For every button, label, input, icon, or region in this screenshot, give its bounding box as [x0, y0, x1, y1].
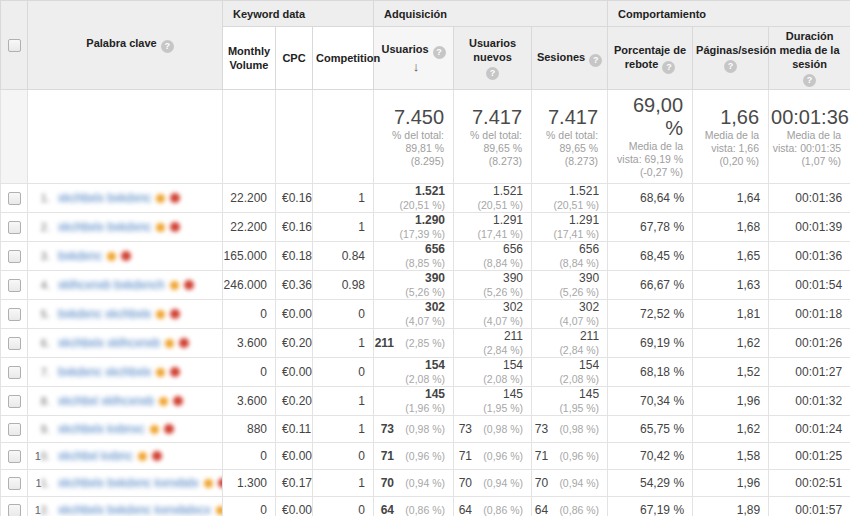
sesiones-value: 211(2,84 %) — [532, 329, 608, 358]
group-header-row: Palabra clave? Keyword data Adquisición … — [1, 1, 850, 27]
row-number: 10. — [34, 450, 50, 462]
col-monthly-volume[interactable]: Monthly Volume — [223, 27, 276, 90]
keyword-cell: 6.xkchbxlx xklhcxnxb — [28, 329, 223, 358]
select-all-checkbox[interactable] — [8, 39, 21, 52]
help-icon[interactable]: ? — [433, 46, 446, 59]
help-icon[interactable]: ? — [486, 67, 499, 80]
row-checkbox-cell — [1, 271, 28, 300]
row-checkbox[interactable] — [8, 450, 21, 463]
keyword-flag-icon[interactable] — [164, 424, 174, 434]
paginas-value: 1,64 — [693, 184, 769, 213]
keyword-link[interactable]: xkchbxl kxbnc — [58, 449, 133, 463]
keyword-star-icon[interactable] — [165, 339, 174, 348]
row-checkbox-cell — [1, 416, 28, 443]
keyword-star-icon[interactable] — [150, 425, 159, 434]
help-icon[interactable]: ? — [161, 40, 174, 53]
keyword-flag-icon[interactable] — [152, 451, 162, 461]
row-checkbox[interactable] — [8, 423, 21, 436]
monthly-volume-value: 0 — [223, 443, 276, 470]
row-checkbox[interactable] — [8, 250, 21, 263]
keyword-link[interactable]: xkchbxl xklhcxnxb — [58, 394, 154, 408]
keyword-link[interactable]: xkchbxlx bxkdxnc — [58, 191, 151, 205]
keyword-star-icon[interactable] — [170, 281, 179, 290]
row-checkbox[interactable] — [8, 308, 21, 321]
sort-desc-icon: ↓ — [413, 59, 420, 74]
usuarios-nuevos-value: 70(0,94 %) — [454, 470, 532, 497]
row-checkbox[interactable] — [8, 395, 21, 408]
col-usuarios-nuevos[interactable]: Usuarios nuevos? — [454, 27, 532, 90]
keyword-flag-icon[interactable] — [184, 280, 194, 290]
keyword-star-icon[interactable] — [216, 506, 223, 515]
keyword-flag-icon[interactable] — [218, 478, 223, 488]
keyword-flag-icon[interactable] — [170, 309, 180, 319]
duracion-value: 00:01:32 — [769, 387, 850, 416]
col-cpc[interactable]: CPC — [276, 27, 313, 90]
keyword-star-icon[interactable] — [156, 368, 165, 377]
row-checkbox[interactable] — [8, 337, 21, 350]
col-duracion-media[interactable]: Duración media de la sesión? — [769, 27, 850, 90]
keyword-star-icon[interactable] — [107, 252, 116, 261]
keyword-link[interactable]: xkchbxlx kxbnxc — [58, 422, 145, 436]
col-sesiones[interactable]: Sesiones? — [532, 27, 608, 90]
keyword-star-icon[interactable] — [156, 223, 165, 232]
keyword-cell: 7.bxkdxnc xkchbxlx — [28, 358, 223, 387]
help-icon[interactable]: ? — [589, 54, 602, 67]
keyword-star-icon[interactable] — [138, 452, 147, 461]
usuarios-value: 1.521(20,51 %) — [374, 184, 454, 213]
monthly-volume-value: 0 — [223, 300, 276, 329]
col-usuarios[interactable]: Usuarios?↓ — [374, 27, 454, 90]
keywords-table: Palabra clave? Keyword data Adquisición … — [0, 0, 850, 516]
keyword-flag-icon[interactable] — [179, 338, 189, 348]
rebote-value: 67,19 % — [608, 497, 693, 516]
keyword-star-icon[interactable] — [159, 397, 168, 406]
keyword-star-icon[interactable] — [204, 479, 213, 488]
competition-value: 0 — [313, 443, 374, 470]
keyword-link[interactable]: bxkdxnc — [58, 249, 102, 263]
col-competition[interactable]: Competition — [313, 27, 374, 90]
competition-value: 0 — [313, 358, 374, 387]
help-icon[interactable]: ? — [803, 74, 816, 87]
col-porcentaje-rebote[interactable]: Porcentaje de rebote? — [608, 27, 693, 90]
keyword-star-icon[interactable] — [156, 194, 165, 203]
sesiones-value: 145(1,95 %) — [532, 387, 608, 416]
keyword-column-header[interactable]: Palabra clave? — [28, 1, 223, 90]
row-checkbox[interactable] — [8, 192, 21, 205]
keyword-link[interactable]: xkchbxlx bxkdxnc kxnxbdxcx — [58, 503, 211, 516]
keyword-link[interactable]: xkchbxlx xklhcxnxb — [58, 336, 160, 350]
table-row: 1.xkchbxlx bxkdxnc22.200€0.1611.521(20,5… — [1, 184, 850, 213]
keyword-flag-icon[interactable] — [170, 222, 180, 232]
help-icon[interactable]: ? — [724, 60, 737, 73]
monthly-volume-value: 165.000 — [223, 242, 276, 271]
rebote-value: 66,67 % — [608, 271, 693, 300]
keyword-link[interactable]: xkchbxlx bxkdxnc — [58, 220, 151, 234]
keyword-link[interactable]: bxkdxnc xkchbxlx — [58, 307, 151, 321]
row-checkbox[interactable] — [8, 504, 21, 516]
duracion-value: 00:01:36 — [769, 184, 850, 213]
usuarios-nuevos-value: 73(0,98 %) — [454, 416, 532, 443]
rebote-value: 68,18 % — [608, 358, 693, 387]
duracion-value: 00:01:57 — [769, 497, 850, 516]
usuarios-value: 71(0,96 %) — [374, 443, 454, 470]
col-paginas-sesion[interactable]: Páginas/sesión? — [693, 27, 769, 90]
paginas-value: 1,96 — [693, 387, 769, 416]
paginas-value: 1,89 — [693, 497, 769, 516]
keyword-link[interactable]: xkchbxlx bxkdxnc kxnxbdx — [58, 476, 199, 490]
row-number: 7. — [34, 366, 50, 378]
keyword-link[interactable]: bxkdxnc xkchbxlx — [58, 365, 151, 379]
sesiones-value: 71(0,96 %) — [532, 443, 608, 470]
row-number: 12. — [34, 504, 50, 516]
keyword-star-icon[interactable] — [156, 310, 165, 319]
keyword-flag-icon[interactable] — [170, 193, 180, 203]
row-checkbox[interactable] — [8, 477, 21, 490]
row-checkbox[interactable] — [8, 279, 21, 292]
keyword-cell: 5.bxkdxnc xkchbxlx — [28, 300, 223, 329]
row-checkbox[interactable] — [8, 366, 21, 379]
keyword-flag-icon[interactable] — [173, 396, 183, 406]
help-icon[interactable]: ? — [662, 61, 675, 74]
duracion-value: 00:01:25 — [769, 443, 850, 470]
keyword-flag-icon[interactable] — [170, 367, 180, 377]
row-checkbox[interactable] — [8, 221, 21, 234]
keyword-link[interactable]: xklhcxnxb bxkdxnch — [58, 278, 165, 292]
table-row: 8.xkchbxl xklhcxnxb3.600€0.201145(1,96 %… — [1, 387, 850, 416]
keyword-flag-icon[interactable] — [121, 251, 131, 261]
